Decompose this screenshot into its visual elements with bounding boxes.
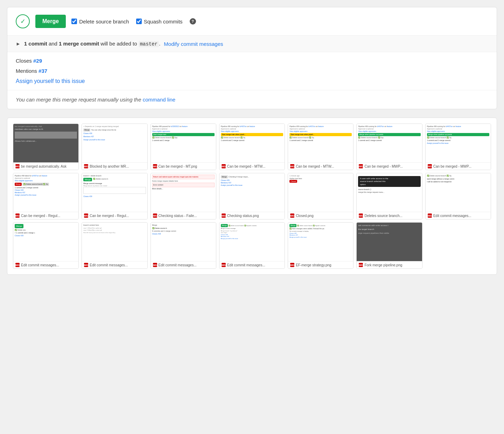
image-icon: IMG — [428, 214, 432, 218]
assign-yourself-link[interactable]: Assign yourself to this issue — [16, 78, 488, 84]
merge-actions-bar: ✓ Merge Delete source branch Squash comm… — [7, 7, 497, 36]
gallery-caption: IMG Edit commit messages... — [151, 261, 216, 268]
image-icon: IMG — [222, 263, 226, 267]
image-icon: IMG — [222, 164, 226, 168]
merge-options: Delete source branch Squash commits ? — [71, 18, 196, 24]
gallery-item[interactable]: Return sed ratione quam odit eius magni … — [150, 173, 216, 219]
gallery-caption: IMG Can be merged - Regul... — [82, 212, 147, 219]
modify-commit-messages-link[interactable]: Modify commit messages — [164, 41, 223, 47]
gallery-caption: IMG Can be merged - MWP... — [426, 162, 491, 170]
gallery-item[interactable]: branch > delete-branch Merge ✅ Delete so… — [82, 173, 147, 219]
gallery-item[interactable]: Merge ✅ Delete source b 9 commits and 1 … — [150, 222, 216, 269]
gallery-caption: IMG Edit commit messages... — [426, 212, 491, 219]
gallery-caption: IMG Checking status - Faile... — [151, 212, 216, 219]
gallery-caption: IMG Can be merged - MTW... — [288, 162, 353, 170]
gallery-caption: IMG Closed.png — [288, 212, 353, 219]
gallery-item[interactable]: be merged automatically. Ask members who… — [13, 124, 79, 170]
gallery-caption: IMG Checking status.png — [219, 212, 285, 219]
gallery-item[interactable]: > Depends on 1 merge request being merge… — [82, 124, 147, 170]
image-icon: IMG — [84, 164, 88, 168]
expand-chevron-icon[interactable]: ► — [16, 41, 21, 47]
closes-issue-link[interactable]: #29 — [33, 58, 42, 64]
gallery-item[interactable]: Merge ✅ Delete sou > 1 commit and 1 merg… — [13, 222, 79, 269]
gallery-caption: IMG Edit commit messages... — [82, 261, 147, 268]
image-icon: IMG — [290, 164, 294, 168]
gallery-item[interactable]: Merge Checking if merge reque... Closes … — [219, 173, 285, 219]
gallery-item[interactable]: Pipeline #99 running for b/4/07on on fea… — [288, 124, 354, 170]
image-icon: IMG — [84, 214, 88, 218]
success-check-icon: ✓ — [16, 14, 30, 28]
gallery-item[interactable]: Pipeline #99 running for b/4/07on on fea… — [219, 124, 285, 170]
merge-button[interactable]: Merge — [35, 15, 66, 28]
image-icon: IMG — [290, 214, 294, 218]
image-icon: IMG — [153, 164, 157, 168]
gallery-caption: IMG Fork merge pipeline.png — [357, 261, 422, 268]
gallery-item[interactable]: 1 minute ago Author text here Closed IMG… — [288, 173, 354, 219]
image-icon: IMG — [359, 164, 363, 168]
squash-commits-option[interactable]: Squash commits — [136, 19, 183, 24]
squash-commits-checkbox[interactable] — [136, 19, 142, 24]
command-line-link[interactable]: command line — [143, 97, 175, 103]
gallery-caption: IMG Can be merged - MTW... — [219, 162, 285, 170]
gallery-item[interactable]: ask someone with write access t the targ… — [356, 222, 422, 269]
delete-source-option[interactable]: Delete source branch — [71, 19, 129, 24]
image-icon: IMG — [153, 263, 157, 267]
image-icon: IMG — [15, 214, 20, 218]
gallery-grid: be merged automatically. Ask members who… — [13, 124, 491, 269]
gallery-caption: IMG Can be merged - MWP... — [357, 162, 422, 170]
image-icon: IMG — [359, 214, 363, 218]
mentions-issue-link[interactable]: #37 — [38, 68, 47, 74]
image-icon: IMG — [428, 164, 432, 168]
gallery-caption: IMG be merged automatically. Ask — [13, 162, 78, 170]
gallery-item[interactable]: branch content here repo 1 182px/47px up… — [82, 222, 147, 269]
manual-merge-footer: You can merge this merge request manuall… — [7, 90, 497, 109]
gallery-section: be merged automatically. Ask members who… — [7, 118, 497, 275]
gallery-item[interactable]: Merge ✅ delete source branch ✅ Squash co… — [288, 222, 354, 269]
image-icon: IMG — [359, 263, 363, 267]
gallery-caption: IMG Edit commit messages... — [13, 261, 78, 268]
image-icon: IMG — [15, 164, 20, 168]
gallery-caption: IMG Blocked by another MR... — [82, 162, 147, 170]
image-icon: IMG — [222, 214, 226, 218]
delete-source-checkbox[interactable] — [71, 19, 77, 24]
merge-panel: ✓ Merge Delete source branch Squash comm… — [7, 7, 497, 109]
gallery-caption: IMG Can be merged - MT.png — [151, 162, 216, 170]
gallery-item[interactable]: Pipeline #99 passed for b/3303313 on fea… — [150, 124, 216, 170]
gallery-item[interactable]: Pipeline #99 running for b/4/07on on fea… — [425, 124, 491, 170]
gallery-caption: IMG Deletes source branch... — [357, 212, 422, 219]
gallery-item[interactable]: ✅ Delete source branch ✅ Sq ward merge w… — [425, 173, 491, 219]
squash-help-icon[interactable]: ? — [190, 18, 196, 24]
gallery-item[interactable]: Pipeline #99 failed for b/4/07on on feat… — [13, 173, 79, 219]
gallery-item[interactable]: Pipeline #99 running for b/4/07on on fea… — [356, 124, 422, 170]
issue-details-section: Closes #29 Mentions #37 Assign yourself … — [7, 52, 497, 90]
image-icon: IMG — [290, 263, 294, 267]
gallery-caption: IMG Can be merged - Regul... — [13, 212, 78, 219]
mentions-issue-line: Mentions #37 — [16, 68, 488, 74]
gallery-item[interactable]: Merge ✅ delete source branch ✅ Squash co… — [219, 222, 285, 269]
commit-info-text: 1 commit and 1 merge commit will be adde… — [24, 41, 160, 47]
image-icon: IMG — [15, 263, 20, 267]
gallery-caption: IMG Edit commit messages... — [219, 261, 285, 268]
image-icon: IMG — [153, 214, 157, 218]
closes-issue-line: Closes #29 — [16, 58, 488, 64]
gallery-caption: IMG EF-merge strategy.png — [288, 261, 353, 268]
image-icon: IMG — [84, 263, 88, 267]
commit-info-bar: ► 1 commit and 1 merge commit will be ad… — [7, 36, 497, 52]
gallery-item[interactable]: A user with write access to thesource br… — [356, 173, 422, 219]
